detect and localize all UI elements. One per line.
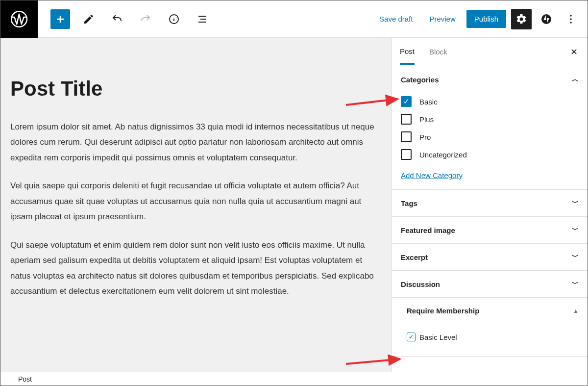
panel-title: Require Membership [407, 307, 479, 315]
panel-featured-image: Featured image ﹀ [392, 217, 588, 244]
paragraph[interactable]: Vel quia saepe qui corporis deleniti et … [10, 178, 382, 224]
category-label: Uncategorized [419, 151, 467, 159]
paragraph[interactable]: Lorem ipsum dolor sit amet. Ab natus dig… [10, 119, 382, 165]
category-label: Basic [419, 98, 438, 106]
panel-title: Excerpt [401, 253, 428, 261]
redo-icon [136, 9, 155, 29]
tab-block[interactable]: Block [429, 40, 447, 64]
info-icon[interactable] [164, 9, 184, 29]
svg-point-5 [570, 22, 572, 24]
checkbox[interactable] [401, 149, 412, 160]
panel-categories: Categories ︿ ✓ Basic Plus Pro [392, 66, 588, 190]
panel-require-membership-header[interactable]: Require Membership ▲ [392, 298, 588, 324]
editor-canvas[interactable]: Post Title Lorem ipsum dolor sit amet. A… [0, 38, 392, 372]
panel-discussion: Discussion ﹀ [392, 271, 588, 298]
close-sidebar-icon[interactable]: ✕ [568, 45, 580, 59]
membership-label: Basic Level [419, 333, 457, 341]
chevron-up-icon: ︿ [572, 75, 579, 84]
chevron-down-icon: ﹀ [572, 226, 579, 234]
panel-tags: Tags ﹀ [392, 190, 588, 217]
svg-point-4 [570, 18, 572, 20]
more-menu-icon[interactable] [561, 9, 581, 29]
svg-point-2 [541, 14, 551, 24]
panel-categories-header[interactable]: Categories ︿ [392, 66, 588, 93]
paragraph[interactable]: Qui saepe voluptatum et enim quidem rem … [10, 237, 382, 299]
category-item[interactable]: ✓ Basic [401, 93, 579, 110]
membership-checkbox-checked[interactable]: ✓ [407, 333, 416, 341]
add-category-link[interactable]: Add New Category [401, 171, 579, 180]
sidebar-tabs: Post Block ✕ [392, 38, 588, 66]
checkbox[interactable] [401, 131, 412, 142]
settings-button[interactable] [511, 9, 532, 29]
panel-title: Tags [401, 199, 417, 207]
category-label: Pro [419, 133, 431, 141]
triangle-up-icon: ▲ [573, 308, 579, 314]
wp-logo[interactable] [0, 0, 38, 38]
panel-title: Featured image [401, 226, 455, 234]
panel-require-membership: Require Membership ▲ ✓ Basic Level [392, 298, 588, 357]
breadcrumb-item[interactable]: Post [18, 375, 32, 383]
category-item[interactable]: Pro [401, 128, 579, 146]
chevron-down-icon: ﹀ [572, 253, 579, 261]
chevron-down-icon: ﹀ [572, 199, 579, 207]
post-body[interactable]: Lorem ipsum dolor sit amet. Ab natus dig… [10, 119, 382, 299]
outline-icon[interactable] [193, 9, 212, 29]
post-title[interactable]: Post Title [10, 77, 382, 101]
tab-post[interactable]: Post [400, 39, 415, 65]
settings-sidebar: Post Block ✕ Categories ︿ ✓ Basic [392, 38, 588, 372]
category-item[interactable]: Uncategorized [401, 146, 579, 163]
svg-point-3 [570, 15, 572, 17]
panel-featured-image-header[interactable]: Featured image ﹀ [392, 217, 588, 243]
editor-breadcrumb: Post [0, 372, 588, 386]
checkbox-checked[interactable]: ✓ [401, 96, 412, 107]
add-block-button[interactable] [50, 9, 70, 29]
panel-tags-header[interactable]: Tags ﹀ [392, 190, 588, 216]
panel-discussion-header[interactable]: Discussion ﹀ [392, 271, 588, 297]
preview-button[interactable]: Preview [423, 11, 461, 27]
category-item[interactable]: Plus [401, 110, 579, 128]
editor-toolbar: Save draft Preview Publish [0, 0, 588, 38]
chevron-down-icon: ﹀ [572, 280, 579, 288]
save-draft-button[interactable]: Save draft [373, 11, 418, 27]
panel-excerpt-header[interactable]: Excerpt ﹀ [392, 244, 588, 270]
checkbox[interactable] [401, 114, 412, 125]
publish-button[interactable]: Publish [466, 10, 506, 28]
panel-title: Categories [401, 76, 439, 84]
category-label: Plus [419, 115, 434, 124]
jetpack-icon[interactable] [537, 9, 556, 29]
panel-excerpt: Excerpt ﹀ [392, 244, 588, 271]
undo-icon[interactable] [107, 9, 127, 29]
panel-title: Discussion [401, 280, 440, 288]
edit-icon[interactable] [79, 9, 98, 29]
